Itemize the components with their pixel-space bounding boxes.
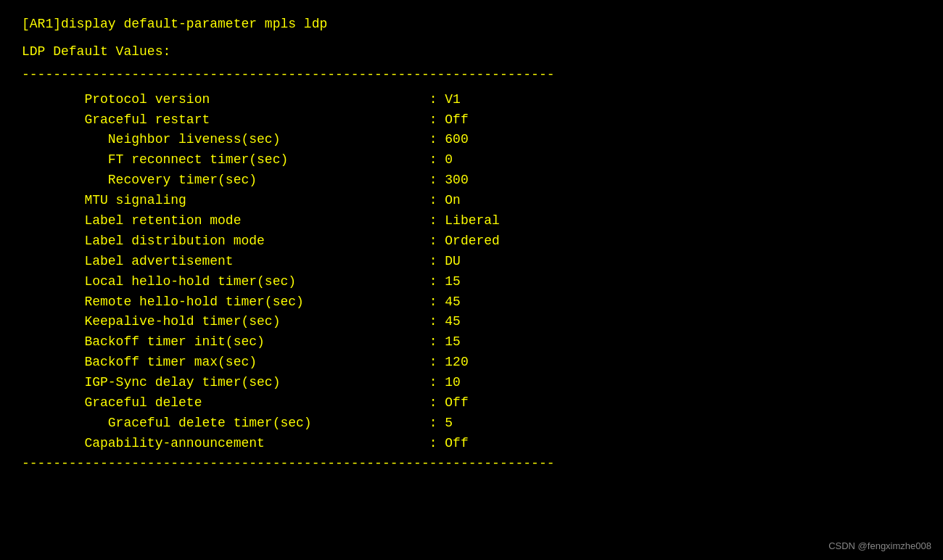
param-row-16: Graceful delete timer(sec) : 5	[22, 413, 921, 434]
param-row-8: Label advertisement : DU	[22, 252, 921, 272]
param-row-6: Label retention mode : Liberal	[22, 211, 921, 231]
param-row-1: Graceful restart : Off	[22, 110, 921, 131]
param-row-11: Keepalive-hold timer(sec) : 45	[22, 312, 921, 332]
param-row-7: Label distribution mode : Ordered	[22, 231, 921, 252]
param-row-3: FT reconnect timer(sec) : 0	[22, 150, 921, 170]
param-row-2: Neighbor liveness(sec) : 600	[22, 130, 921, 150]
command-text: [AR1]display default-parameter mpls ldp	[22, 17, 327, 31]
terminal-content: [AR1]display default-parameter mpls ldp …	[22, 15, 921, 474]
param-row-15: Graceful delete : Off	[22, 393, 921, 413]
divider-top: ----------------------------------------…	[22, 65, 921, 86]
watermark: CSDN @fengximzhe008	[828, 540, 931, 551]
section-title: LDP Default Values:	[22, 42, 921, 62]
divider-bottom: ----------------------------------------…	[22, 454, 921, 474]
param-row-9: Local hello-hold timer(sec) : 15	[22, 272, 921, 292]
param-row-14: IGP-Sync delay timer(sec) : 10	[22, 373, 921, 393]
param-row-10: Remote hello-hold timer(sec) : 45	[22, 292, 921, 313]
param-row-12: Backoff timer init(sec) : 15	[22, 332, 921, 353]
param-row-17: Capability-announcement : Off	[22, 434, 921, 454]
params-container: Protocol version : V1 Graceful restart :…	[22, 90, 921, 454]
param-row-4: Recovery timer(sec) : 300	[22, 170, 921, 191]
param-row-5: MTU signaling : On	[22, 191, 921, 211]
param-row-0: Protocol version : V1	[22, 90, 921, 110]
param-row-13: Backoff timer max(sec) : 120	[22, 353, 921, 373]
command-line: [AR1]display default-parameter mpls ldp	[22, 15, 921, 35]
